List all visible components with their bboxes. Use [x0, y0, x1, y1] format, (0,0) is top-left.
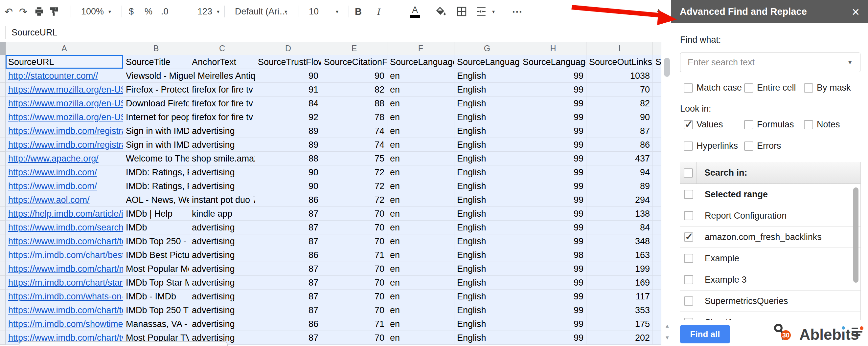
brand-wordmark[interactable]: Ablebıts	[799, 326, 859, 343]
checkbox[interactable]	[804, 83, 813, 93]
cell[interactable]	[653, 166, 661, 179]
cell[interactable]	[653, 289, 661, 303]
cell[interactable]	[653, 179, 661, 193]
cell[interactable]: English	[454, 303, 520, 317]
cell[interactable]: English	[454, 179, 520, 193]
cell[interactable]: en	[388, 110, 454, 124]
row-header[interactable]	[0, 152, 6, 166]
cell[interactable]: 82	[586, 97, 653, 110]
cell[interactable]: English	[454, 152, 520, 166]
cell[interactable]: English	[454, 248, 520, 262]
cell-link[interactable]: https://m.imdb.com/whats-on-	[6, 289, 123, 303]
column-header[interactable]: H	[520, 42, 586, 55]
cell[interactable]	[653, 124, 661, 138]
cell[interactable]: 87	[255, 303, 321, 317]
cell[interactable]: 99	[520, 234, 586, 248]
cell[interactable]: 99	[520, 69, 586, 83]
cell[interactable]: firefox for fire tv w	[189, 97, 255, 110]
cell[interactable]: advertising	[189, 124, 255, 138]
list-item[interactable]: Sheet1	[680, 312, 861, 320]
cell[interactable]: 90	[255, 179, 321, 193]
list-item[interactable]: Report Configuration	[680, 205, 861, 227]
menu-icon[interactable]	[851, 327, 865, 338]
cell[interactable]: 87	[255, 234, 321, 248]
cell[interactable]: en	[388, 207, 454, 220]
cell-link[interactable]: https://www.imdb.com/chart/tc	[6, 303, 123, 317]
row-header[interactable]	[0, 193, 6, 207]
cell[interactable]: 294	[586, 193, 653, 207]
currency-format-button[interactable]: $	[129, 0, 134, 23]
option-errors[interactable]: Errors	[744, 141, 804, 151]
cell[interactable]	[653, 83, 661, 97]
cell[interactable]: 70	[321, 303, 388, 317]
row-header[interactable]	[0, 248, 6, 262]
font-size-select[interactable]: 10	[309, 0, 319, 23]
list-item[interactable]: Example	[680, 248, 861, 269]
redo-icon[interactable]: ↷	[19, 0, 27, 23]
search-text-combobox[interactable]: Enter search text ▼	[680, 53, 861, 72]
column-header[interactable]: E	[321, 42, 388, 55]
cell[interactable]: SourceTitle	[123, 55, 189, 69]
cell[interactable]: 99	[520, 331, 586, 345]
cell[interactable]: 84	[255, 97, 321, 110]
cell[interactable]: advertising	[189, 234, 255, 248]
checkbox[interactable]	[684, 233, 693, 242]
column-header[interactable]: B	[123, 42, 189, 55]
cell[interactable]: 72	[321, 166, 388, 179]
cell[interactable]	[653, 248, 661, 262]
cell[interactable]	[653, 303, 661, 317]
cell-link[interactable]: https://www.imdb.com/chart/tc	[6, 234, 123, 248]
undo-icon[interactable]: ↶	[5, 0, 13, 23]
cell[interactable]: en	[388, 166, 454, 179]
scroll-up-icon[interactable]: ▲	[664, 323, 670, 329]
row-header[interactable]	[0, 83, 6, 97]
cell[interactable]: 70	[321, 262, 388, 276]
cell[interactable]: IMDb - IMDb	[123, 289, 189, 303]
collapse-triangle-icon[interactable]: ▲	[656, 7, 661, 13]
horizontal-scrollbar-thumb[interactable]	[19, 341, 228, 346]
more-options-button[interactable]: ⋯	[512, 0, 523, 23]
cell-link[interactable]: https://m.imdb.com/chart/best	[6, 248, 123, 262]
chevron-down-icon[interactable]: ▾	[492, 0, 495, 23]
cell[interactable]: 99	[520, 193, 586, 207]
cell[interactable]: 90	[255, 69, 321, 83]
cell[interactable]: 71	[321, 317, 388, 331]
cell[interactable]	[653, 97, 661, 110]
checkbox[interactable]	[684, 120, 693, 129]
cell[interactable]: 99	[520, 207, 586, 220]
cell[interactable]: 74	[321, 124, 388, 138]
cell[interactable]: SourceLanguage	[454, 55, 520, 69]
cell[interactable]: 99	[520, 303, 586, 317]
cell[interactable]: IMDb: Ratings, F	[123, 179, 189, 193]
row-header[interactable]	[0, 55, 6, 69]
list-item[interactable]: Example 3	[680, 269, 861, 290]
checkbox[interactable]	[804, 120, 813, 129]
print-icon[interactable]	[33, 0, 45, 23]
cell[interactable]: 70	[321, 276, 388, 289]
option-by-mask[interactable]: By mask	[804, 83, 851, 93]
cell[interactable]: 82	[321, 83, 388, 97]
row-header[interactable]	[0, 262, 6, 276]
merge-cells-icon[interactable]	[476, 0, 487, 23]
cell[interactable]: AnchorText	[189, 55, 255, 69]
checkbox[interactable]	[684, 190, 693, 199]
cell[interactable]: 90	[586, 110, 653, 124]
chevron-down-icon[interactable]: ▼	[847, 59, 853, 66]
option-formulas[interactable]: Formulas	[744, 119, 804, 130]
cell[interactable]: 70	[321, 234, 388, 248]
cell[interactable]: en	[388, 234, 454, 248]
cell[interactable]: en	[388, 97, 454, 110]
cell[interactable]: en	[388, 193, 454, 207]
vertical-scrollbar-thumb[interactable]	[664, 58, 670, 77]
cell[interactable]: 169	[586, 276, 653, 289]
cell[interactable]: advertising	[189, 276, 255, 289]
cell-link[interactable]: https://www.imdb.com/	[6, 179, 123, 193]
text-color-button[interactable]: A	[410, 0, 420, 23]
cell-link[interactable]: http://www.apache.org/	[6, 152, 123, 166]
cell[interactable]: en	[388, 289, 454, 303]
list-item[interactable]: SupermetricsQueries	[680, 290, 861, 312]
cell[interactable]: English	[454, 124, 520, 138]
cell-link[interactable]: https://www.imdb.com/chart/m	[6, 262, 123, 276]
select-all-corner[interactable]	[0, 42, 6, 55]
cell-link[interactable]: https://www.mozilla.org/en-US	[6, 110, 123, 124]
